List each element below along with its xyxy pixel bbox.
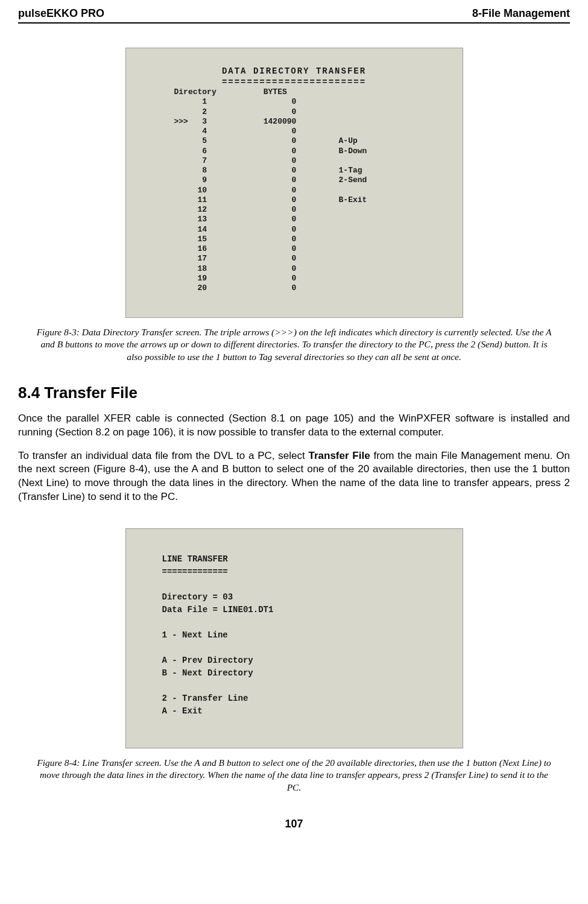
screen2-underline: ============= bbox=[162, 566, 426, 578]
screen1-row: 11 0 B-Exit bbox=[174, 195, 438, 205]
header-left: pulseEKKO PRO bbox=[18, 7, 104, 20]
screen1-row: 4 0 bbox=[174, 127, 438, 136]
screen1-headers: Directory BYTES bbox=[174, 87, 438, 97]
screen1-row: 20 0 bbox=[174, 283, 438, 293]
screen1-row: 14 0 bbox=[174, 225, 438, 235]
screen1-row: 16 0 bbox=[174, 244, 438, 254]
screen2-line: Directory = 03 bbox=[162, 591, 426, 604]
page-header: pulseEKKO PRO 8-File Management bbox=[18, 7, 570, 24]
screen1-row: 18 0 bbox=[174, 264, 438, 274]
section-heading-8-4: 8.4 Transfer File bbox=[18, 384, 570, 402]
figure-8-4: LINE TRANSFER ============= Directory = … bbox=[18, 528, 570, 793]
screen1-row: 13 0 bbox=[174, 215, 438, 224]
figure-8-4-caption: Figure 8-4: Line Transfer screen. Use th… bbox=[36, 757, 552, 793]
para-2: To transfer an individual data file from… bbox=[18, 449, 570, 505]
screen1-row: 9 0 2-Send bbox=[174, 175, 438, 185]
screen2-line bbox=[162, 642, 426, 654]
screen1-row: 7 0 bbox=[174, 156, 438, 166]
para-2a: To transfer an individual data file from… bbox=[18, 450, 309, 461]
screen1-row: 19 0 bbox=[174, 274, 438, 283]
transfer-file-bold: Transfer File bbox=[309, 450, 370, 461]
figure-8-3: DATA DIRECTORY TRANSFER ================… bbox=[18, 48, 570, 363]
screen1-row: 10 0 bbox=[174, 186, 438, 195]
screen1-row: 12 0 bbox=[174, 205, 438, 215]
page-number: 107 bbox=[18, 818, 570, 830]
screen-line-transfer: LINE TRANSFER ============= Directory = … bbox=[125, 528, 463, 748]
screen2-line: B - Next Directory bbox=[162, 667, 426, 680]
screen-data-directory-transfer: DATA DIRECTORY TRANSFER ================… bbox=[125, 48, 463, 318]
screen2-line bbox=[162, 616, 426, 629]
screen2-line: 2 - Transfer Line bbox=[162, 692, 426, 705]
screen1-row: 8 0 1-Tag bbox=[174, 166, 438, 175]
screen2-title: LINE TRANSFER bbox=[162, 553, 426, 566]
screen1-title: DATA DIRECTORY TRANSFER bbox=[150, 66, 438, 77]
header-right: 8-File Management bbox=[472, 7, 570, 20]
screen2-line bbox=[162, 680, 426, 692]
screen1-row: 2 0 bbox=[174, 107, 438, 117]
screen1-row: 5 0 A-Up bbox=[174, 136, 438, 146]
screen1-row: 1 0 bbox=[174, 97, 438, 107]
screen1-underline: ======================= bbox=[150, 77, 438, 88]
screen2-line: 1 - Next Line bbox=[162, 629, 426, 642]
screen1-row: 17 0 bbox=[174, 254, 438, 264]
screen1-row: >>> 3 1420090 bbox=[174, 117, 438, 127]
screen1-row: 15 0 bbox=[174, 235, 438, 244]
screen1-row: 6 0 B-Down bbox=[174, 147, 438, 156]
screen2-line: A - Prev Directory bbox=[162, 654, 426, 667]
para-1: Once the parallel XFER cable is connecte… bbox=[18, 412, 570, 440]
screen2-line: Data File = LINE01.DT1 bbox=[162, 604, 426, 616]
figure-8-3-caption: Figure 8-3: Data Directory Transfer scre… bbox=[36, 326, 552, 362]
screen2-line: A - Exit bbox=[162, 705, 426, 718]
